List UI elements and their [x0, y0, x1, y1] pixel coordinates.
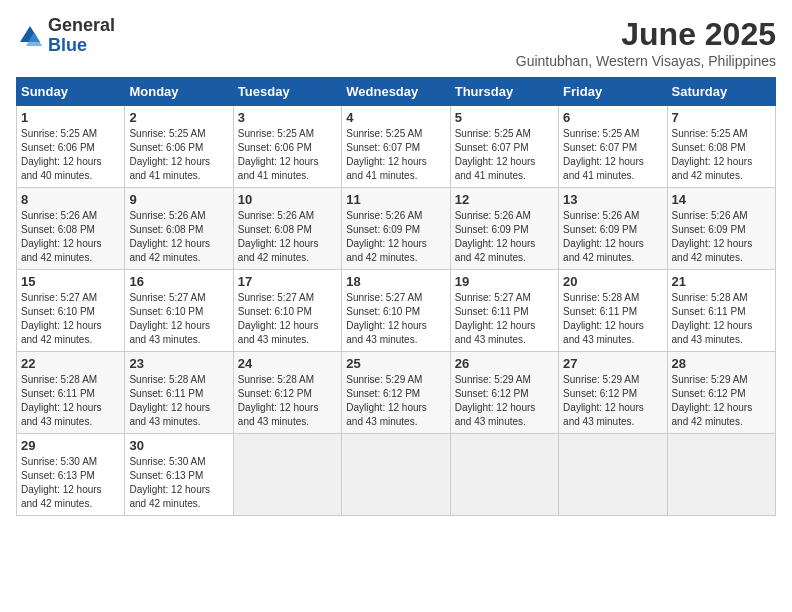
table-row — [342, 434, 450, 516]
day-number: 25 — [346, 356, 445, 371]
day-info: Sunrise: 5:30 AM Sunset: 6:13 PM Dayligh… — [21, 455, 120, 511]
table-row: 4Sunrise: 5:25 AM Sunset: 6:07 PM Daylig… — [342, 106, 450, 188]
table-row: 18Sunrise: 5:27 AM Sunset: 6:10 PM Dayli… — [342, 270, 450, 352]
day-info: Sunrise: 5:25 AM Sunset: 6:07 PM Dayligh… — [346, 127, 445, 183]
table-row: 30Sunrise: 5:30 AM Sunset: 6:13 PM Dayli… — [125, 434, 233, 516]
day-info: Sunrise: 5:28 AM Sunset: 6:11 PM Dayligh… — [563, 291, 662, 347]
day-info: Sunrise: 5:29 AM Sunset: 6:12 PM Dayligh… — [346, 373, 445, 429]
logo-text: General Blue — [48, 16, 115, 56]
page-header: General Blue June 2025 Guintubhan, Weste… — [16, 16, 776, 69]
day-info: Sunrise: 5:29 AM Sunset: 6:12 PM Dayligh… — [563, 373, 662, 429]
calendar-row: 29Sunrise: 5:30 AM Sunset: 6:13 PM Dayli… — [17, 434, 776, 516]
day-number: 1 — [21, 110, 120, 125]
location: Guintubhan, Western Visayas, Philippines — [516, 53, 776, 69]
calendar-row: 15Sunrise: 5:27 AM Sunset: 6:10 PM Dayli… — [17, 270, 776, 352]
header-saturday: Saturday — [667, 78, 775, 106]
calendar-row: 8Sunrise: 5:26 AM Sunset: 6:08 PM Daylig… — [17, 188, 776, 270]
day-number: 22 — [21, 356, 120, 371]
day-number: 29 — [21, 438, 120, 453]
table-row — [450, 434, 558, 516]
table-row: 20Sunrise: 5:28 AM Sunset: 6:11 PM Dayli… — [559, 270, 667, 352]
day-number: 2 — [129, 110, 228, 125]
logo-icon — [16, 22, 44, 50]
day-number: 9 — [129, 192, 228, 207]
table-row: 23Sunrise: 5:28 AM Sunset: 6:11 PM Dayli… — [125, 352, 233, 434]
logo-blue: Blue — [48, 35, 87, 55]
day-info: Sunrise: 5:25 AM Sunset: 6:06 PM Dayligh… — [238, 127, 337, 183]
day-info: Sunrise: 5:25 AM Sunset: 6:07 PM Dayligh… — [455, 127, 554, 183]
day-info: Sunrise: 5:26 AM Sunset: 6:08 PM Dayligh… — [129, 209, 228, 265]
header-thursday: Thursday — [450, 78, 558, 106]
table-row: 1Sunrise: 5:25 AM Sunset: 6:06 PM Daylig… — [17, 106, 125, 188]
day-info: Sunrise: 5:28 AM Sunset: 6:11 PM Dayligh… — [21, 373, 120, 429]
day-info: Sunrise: 5:29 AM Sunset: 6:12 PM Dayligh… — [455, 373, 554, 429]
table-row: 16Sunrise: 5:27 AM Sunset: 6:10 PM Dayli… — [125, 270, 233, 352]
table-row: 19Sunrise: 5:27 AM Sunset: 6:11 PM Dayli… — [450, 270, 558, 352]
day-number: 28 — [672, 356, 771, 371]
calendar-row: 1Sunrise: 5:25 AM Sunset: 6:06 PM Daylig… — [17, 106, 776, 188]
day-info: Sunrise: 5:27 AM Sunset: 6:11 PM Dayligh… — [455, 291, 554, 347]
day-info: Sunrise: 5:28 AM Sunset: 6:11 PM Dayligh… — [672, 291, 771, 347]
day-number: 13 — [563, 192, 662, 207]
day-info: Sunrise: 5:27 AM Sunset: 6:10 PM Dayligh… — [346, 291, 445, 347]
day-info: Sunrise: 5:27 AM Sunset: 6:10 PM Dayligh… — [238, 291, 337, 347]
day-info: Sunrise: 5:26 AM Sunset: 6:09 PM Dayligh… — [346, 209, 445, 265]
day-number: 15 — [21, 274, 120, 289]
day-number: 12 — [455, 192, 554, 207]
day-number: 26 — [455, 356, 554, 371]
table-row: 15Sunrise: 5:27 AM Sunset: 6:10 PM Dayli… — [17, 270, 125, 352]
day-info: Sunrise: 5:25 AM Sunset: 6:07 PM Dayligh… — [563, 127, 662, 183]
day-info: Sunrise: 5:26 AM Sunset: 6:08 PM Dayligh… — [21, 209, 120, 265]
day-info: Sunrise: 5:26 AM Sunset: 6:09 PM Dayligh… — [672, 209, 771, 265]
day-number: 14 — [672, 192, 771, 207]
table-row: 2Sunrise: 5:25 AM Sunset: 6:06 PM Daylig… — [125, 106, 233, 188]
day-number: 23 — [129, 356, 228, 371]
day-info: Sunrise: 5:25 AM Sunset: 6:06 PM Dayligh… — [129, 127, 228, 183]
table-row: 26Sunrise: 5:29 AM Sunset: 6:12 PM Dayli… — [450, 352, 558, 434]
table-row: 25Sunrise: 5:29 AM Sunset: 6:12 PM Dayli… — [342, 352, 450, 434]
table-row: 5Sunrise: 5:25 AM Sunset: 6:07 PM Daylig… — [450, 106, 558, 188]
table-row: 14Sunrise: 5:26 AM Sunset: 6:09 PM Dayli… — [667, 188, 775, 270]
day-number: 24 — [238, 356, 337, 371]
table-row: 27Sunrise: 5:29 AM Sunset: 6:12 PM Dayli… — [559, 352, 667, 434]
weekday-header-row: Sunday Monday Tuesday Wednesday Thursday… — [17, 78, 776, 106]
day-info: Sunrise: 5:26 AM Sunset: 6:08 PM Dayligh… — [238, 209, 337, 265]
table-row: 7Sunrise: 5:25 AM Sunset: 6:08 PM Daylig… — [667, 106, 775, 188]
header-friday: Friday — [559, 78, 667, 106]
header-sunday: Sunday — [17, 78, 125, 106]
month-title: June 2025 — [516, 16, 776, 53]
day-info: Sunrise: 5:27 AM Sunset: 6:10 PM Dayligh… — [21, 291, 120, 347]
calendar-table: Sunday Monday Tuesday Wednesday Thursday… — [16, 77, 776, 516]
day-info: Sunrise: 5:25 AM Sunset: 6:06 PM Dayligh… — [21, 127, 120, 183]
day-number: 3 — [238, 110, 337, 125]
table-row: 29Sunrise: 5:30 AM Sunset: 6:13 PM Dayli… — [17, 434, 125, 516]
header-wednesday: Wednesday — [342, 78, 450, 106]
header-monday: Monday — [125, 78, 233, 106]
day-number: 21 — [672, 274, 771, 289]
logo-general: General — [48, 15, 115, 35]
table-row: 12Sunrise: 5:26 AM Sunset: 6:09 PM Dayli… — [450, 188, 558, 270]
table-row: 17Sunrise: 5:27 AM Sunset: 6:10 PM Dayli… — [233, 270, 341, 352]
day-info: Sunrise: 5:28 AM Sunset: 6:12 PM Dayligh… — [238, 373, 337, 429]
day-number: 27 — [563, 356, 662, 371]
day-number: 4 — [346, 110, 445, 125]
day-number: 6 — [563, 110, 662, 125]
day-info: Sunrise: 5:29 AM Sunset: 6:12 PM Dayligh… — [672, 373, 771, 429]
day-number: 10 — [238, 192, 337, 207]
table-row: 10Sunrise: 5:26 AM Sunset: 6:08 PM Dayli… — [233, 188, 341, 270]
table-row: 9Sunrise: 5:26 AM Sunset: 6:08 PM Daylig… — [125, 188, 233, 270]
table-row — [559, 434, 667, 516]
table-row — [667, 434, 775, 516]
day-info: Sunrise: 5:27 AM Sunset: 6:10 PM Dayligh… — [129, 291, 228, 347]
day-number: 19 — [455, 274, 554, 289]
table-row: 11Sunrise: 5:26 AM Sunset: 6:09 PM Dayli… — [342, 188, 450, 270]
table-row: 28Sunrise: 5:29 AM Sunset: 6:12 PM Dayli… — [667, 352, 775, 434]
table-row: 3Sunrise: 5:25 AM Sunset: 6:06 PM Daylig… — [233, 106, 341, 188]
day-info: Sunrise: 5:25 AM Sunset: 6:08 PM Dayligh… — [672, 127, 771, 183]
header-tuesday: Tuesday — [233, 78, 341, 106]
table-row: 8Sunrise: 5:26 AM Sunset: 6:08 PM Daylig… — [17, 188, 125, 270]
table-row: 13Sunrise: 5:26 AM Sunset: 6:09 PM Dayli… — [559, 188, 667, 270]
day-number: 16 — [129, 274, 228, 289]
day-info: Sunrise: 5:26 AM Sunset: 6:09 PM Dayligh… — [563, 209, 662, 265]
day-info: Sunrise: 5:30 AM Sunset: 6:13 PM Dayligh… — [129, 455, 228, 511]
